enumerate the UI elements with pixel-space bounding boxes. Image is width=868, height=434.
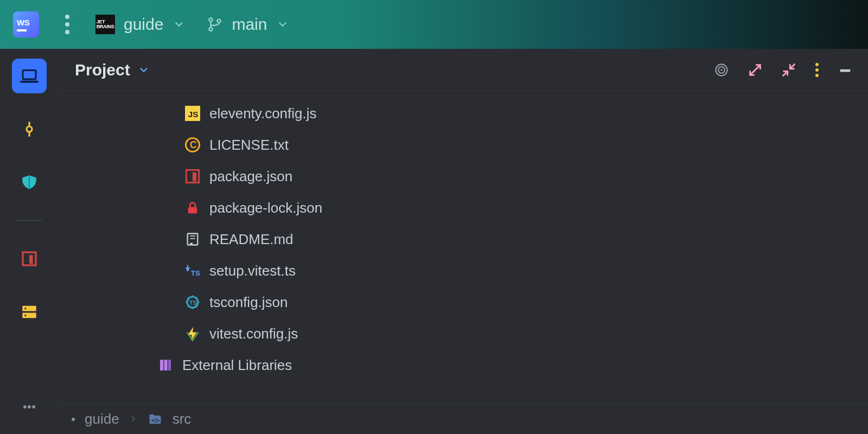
project-selector[interactable]: JETBRAINS guide [95,15,185,34]
expand-icon [748,62,763,78]
vitest-ts-icon: TS [183,261,202,280]
breadcrumb-current[interactable]: src [173,411,192,427]
select-opened-file-button[interactable] [714,62,729,78]
server-icon [20,303,39,321]
svg-point-12 [28,405,31,409]
main-menu-button[interactable] [61,10,74,39]
svg-text:</>: </> [151,417,159,423]
svg-point-18 [815,68,819,72]
more-vertical-icon [815,62,819,78]
file-name: README.md [209,231,293,248]
rail-separator [16,220,42,221]
commit-tool-button[interactable] [12,112,47,146]
chevron-down-icon [277,18,289,30]
pane-title: Project [75,61,130,79]
svg-rect-6 [29,255,33,264]
npm-icon [183,167,202,186]
tree-item[interactable]: TS setup.vitest.ts [59,255,868,286]
branch-name: main [232,15,267,34]
nav-indicator-icon [72,418,75,421]
expand-all-button[interactable] [748,62,763,78]
svg-point-1 [209,28,213,31]
external-libraries-label: External Libraries [182,357,292,374]
collapse-all-button[interactable] [781,62,796,78]
titlebar: WS JETBRAINS guide main [0,0,868,49]
shield-icon [20,173,39,192]
git-branch-icon [207,16,223,33]
svg-rect-34 [168,360,171,371]
project-pane: Project [59,49,868,434]
database-tool-button[interactable] [12,295,47,329]
svg-point-16 [720,69,723,71]
tree-item[interactable]: JS eleventy.config.js [59,98,868,129]
svg-text:JS: JS [188,110,199,119]
chevron-down-icon [173,18,185,30]
svg-point-0 [209,18,213,21]
project-tool-button[interactable] [12,59,47,93]
jetbrains-icon: JETBRAINS [95,15,115,34]
chevron-down-icon [138,64,150,76]
svg-rect-7 [22,306,36,311]
svg-point-17 [815,63,819,66]
project-name: guide [124,15,163,34]
svg-point-13 [32,405,35,409]
js-icon: JS [183,104,202,123]
svg-text:TS: TS [191,269,200,277]
svg-text:C: C [190,139,197,150]
svg-point-19 [815,74,819,77]
file-name: LICENSE.txt [209,137,289,154]
tool-window-rail [0,49,59,434]
svg-point-2 [218,20,221,23]
pane-actions [714,62,853,78]
navigation-bar: guide </> src [59,404,868,434]
svg-rect-33 [164,360,168,371]
project-view-selector[interactable]: Project [75,61,150,79]
structure-tool-button[interactable] [12,165,47,200]
tree-item[interactable]: package-lock.json [59,192,868,224]
library-icon [156,356,175,374]
external-libraries-node[interactable]: External Libraries [59,349,868,381]
file-name: tsconfig.json [209,294,288,311]
file-tree[interactable]: JS eleventy.config.js C LICENSE.txt pack… [59,91,868,404]
collapse-icon [781,62,796,78]
svg-point-9 [24,308,26,309]
commit-icon [21,121,37,137]
svg-rect-20 [840,69,851,72]
pane-options-button[interactable] [815,62,819,78]
npm-tool-button[interactable] [12,241,47,276]
tree-item[interactable]: README.md [59,224,868,255]
tree-item[interactable]: TS tsconfig.json [59,286,868,318]
webstorm-logo[interactable]: WS [13,11,39,37]
vcs-branch-selector[interactable]: main [207,15,289,34]
breadcrumb-root[interactable]: guide [85,411,119,427]
tree-item[interactable]: C LICENSE.txt [59,129,868,161]
file-name: package.json [209,168,292,185]
laptop-icon [20,66,39,86]
project-pane-header: Project [59,49,868,91]
svg-rect-8 [22,312,36,318]
svg-point-11 [23,405,26,409]
vitest-icon [183,324,202,343]
book-icon [183,230,202,248]
chevron-right-icon [129,412,138,426]
svg-rect-27 [188,207,197,214]
svg-point-10 [24,315,26,316]
folder-src-icon: </> [148,412,163,427]
more-tools-button[interactable] [12,390,47,424]
lock-icon [183,199,202,217]
npm-icon [21,250,38,267]
hide-pane-button[interactable] [838,62,853,78]
svg-rect-26 [193,173,196,181]
svg-text:TS: TS [189,299,197,306]
tree-item[interactable]: package.json [59,161,868,192]
minimize-icon [838,62,853,78]
file-name: package-lock.json [209,200,322,216]
ts-gear-icon: TS [183,293,202,311]
more-horizontal-icon [22,399,37,414]
copyright-icon: C [183,136,202,154]
tree-item[interactable]: vitest.config.js [59,318,868,349]
file-name: vitest.config.js [209,326,298,342]
file-name: setup.vitest.ts [209,263,296,279]
target-icon [714,62,729,78]
svg-rect-32 [160,360,163,371]
